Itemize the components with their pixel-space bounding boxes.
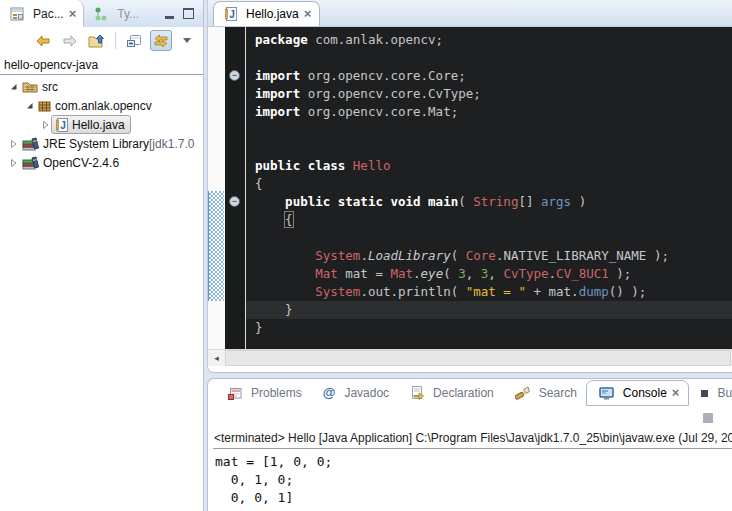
close-icon[interactable]: × <box>69 9 77 19</box>
code-token: Mat <box>390 266 413 281</box>
code-token: ( <box>443 266 458 281</box>
code-token: () ); <box>609 284 647 299</box>
bottom-tab-label: Search <box>539 386 577 400</box>
code-token: . <box>413 266 421 281</box>
tree-item-content: OpenCV-2.4.6 <box>19 156 119 170</box>
fold-gutter: −− <box>225 27 245 349</box>
view-tab-label: Pac... <box>33 7 64 21</box>
code-line-3: import org.opencv.core.Core; <box>246 67 732 85</box>
code-token: Hello <box>353 158 391 173</box>
back-button[interactable] <box>32 30 54 51</box>
package-icon <box>38 100 51 112</box>
view-window-buttons <box>165 0 203 27</box>
view-menu-button[interactable] <box>181 30 195 51</box>
svg-text:J: J <box>60 120 66 131</box>
collapse-all-button[interactable] <box>123 30 145 51</box>
collapsed-arrow-icon[interactable] <box>8 158 19 168</box>
console-output[interactable]: mat = [1, 0, 0; 0, 1, 0; 0, 0, 1] <box>208 449 732 507</box>
code-line-13: System.LoadLibrary( Core.NATIVE_LIBRARY_… <box>246 247 732 265</box>
console-panel: Problems@JavadocDeclarationSearchConsole… <box>207 378 732 511</box>
editor-tab-label: Hello.java <box>246 7 299 21</box>
code-token: { <box>255 176 263 191</box>
code-line-7 <box>246 139 732 157</box>
tree-item-jre-system-library[interactable]: JRE System Library [jdk1.7.0 <box>0 134 203 153</box>
expanded-arrow-icon[interactable] <box>24 101 35 110</box>
tree-item-suffix: [jdk1.7.0 <box>149 137 194 151</box>
code-token: Mat <box>315 266 338 281</box>
forward-button[interactable] <box>59 30 81 51</box>
collapsed-arrow-icon[interactable] <box>8 139 19 149</box>
bottom-tabbar: Problems@JavadocDeclarationSearchConsole… <box>208 379 732 407</box>
toolbar-separator <box>115 32 116 49</box>
tree-item-hello-java[interactable]: JHello.java <box>0 115 203 134</box>
bottom-tab-search[interactable]: Search <box>503 380 586 406</box>
code-token: import <box>255 86 300 101</box>
tree-item-content: JRE System Library [jdk1.7.0 <box>19 137 194 151</box>
console-title: <terminated> Hello [Java Application] C:… <box>213 431 732 449</box>
view-tab-pac[interactable]: Pac...× <box>0 0 84 27</box>
scrollbar-thumb[interactable] <box>225 350 731 366</box>
collapsed-arrow-icon[interactable] <box>40 120 51 130</box>
horizontal-scrollbar[interactable]: ◂ <box>208 349 732 366</box>
tree-item-label: OpenCV-2.4.6 <box>43 156 119 170</box>
tree-item-opencv-2-4-6[interactable]: OpenCV-2.4.6 <box>0 153 203 172</box>
tree-item-com-anlak-opencv[interactable]: com.anlak.opencv <box>0 96 203 115</box>
code-token <box>255 284 315 299</box>
code-line-1: package com.anlak.opencv; <box>246 31 732 49</box>
bottom-tab-problems[interactable]: Problems <box>216 380 311 406</box>
code-area[interactable]: package com.anlak.opencv;import org.open… <box>246 27 732 349</box>
code-token: { <box>285 212 293 227</box>
expanded-arrow-icon[interactable] <box>8 82 19 91</box>
chevron-down-icon <box>183 38 192 44</box>
code-token: ) <box>571 194 586 209</box>
code-token: "mat = " <box>466 284 526 299</box>
editor-panel: J Hello.java × −− package com.anlak.open… <box>207 0 732 373</box>
fold-collapse-icon[interactable]: − <box>229 196 240 207</box>
bottom-tab-javadoc[interactable]: @Javadoc <box>311 380 398 406</box>
up-folder-icon <box>88 34 105 48</box>
code-editor[interactable]: −− package com.anlak.opencv;import org.o… <box>208 27 732 349</box>
code-token: dump <box>579 284 609 299</box>
java-file-icon: J <box>225 7 237 21</box>
bug-icon <box>701 390 708 397</box>
code-line-6 <box>246 121 732 139</box>
fold-collapse-icon[interactable]: − <box>229 70 240 81</box>
code-token <box>255 248 315 263</box>
working-set-label: hello-opencv-java <box>0 54 203 73</box>
code-token: LoadLibrary <box>368 248 451 263</box>
code-token: , <box>488 266 503 281</box>
code-line-5: import org.opencv.core.Mat; <box>246 103 732 121</box>
code-token: CvType <box>503 266 548 281</box>
sidebar-tabbar: Pac...×Ty... <box>0 0 203 27</box>
javadoc-icon: @ <box>323 387 336 399</box>
code-line-9: { <box>246 175 732 193</box>
go-up-button[interactable] <box>86 30 108 51</box>
console-line-2: 0, 1, 0; <box>215 471 732 489</box>
code-token: org.opencv.core.Mat; <box>300 104 458 119</box>
close-icon[interactable]: × <box>304 9 312 19</box>
close-icon[interactable]: × <box>672 388 680 398</box>
bottom-tab-bug-explorer[interactable]: Bug Explorer <box>689 380 732 406</box>
maximize-button[interactable] <box>183 5 194 23</box>
type-hierarchy-icon <box>94 7 108 21</box>
code-line-12 <box>246 229 732 247</box>
code-token: , <box>466 266 481 281</box>
code-line-16: } <box>246 301 732 319</box>
code-token: ( <box>451 248 466 263</box>
bottom-tab-console[interactable]: Console× <box>586 380 690 406</box>
search-icon <box>515 386 530 400</box>
code-token: 3 <box>458 266 466 281</box>
code-token: package <box>255 32 308 47</box>
minimize-button[interactable] <box>165 5 174 23</box>
editor-tab-hello-java[interactable]: J Hello.java × <box>213 1 320 26</box>
link-with-editor-button[interactable] <box>150 30 172 51</box>
view-tab-ty[interactable]: Ty... <box>84 0 146 27</box>
code-token: .NATIVE_LIBRARY_NAME ); <box>496 248 669 263</box>
code-token: String <box>473 194 518 209</box>
code-line-15: System.out.println( "mat = " + mat.dump(… <box>246 283 732 301</box>
tree-item-src[interactable]: src <box>0 77 203 96</box>
scroll-left-icon[interactable]: ◂ <box>208 353 225 363</box>
bottom-tab-declaration[interactable]: Declaration <box>398 380 503 406</box>
code-token: org.opencv.core.CvType; <box>300 86 481 101</box>
code-token: import <box>255 68 300 83</box>
